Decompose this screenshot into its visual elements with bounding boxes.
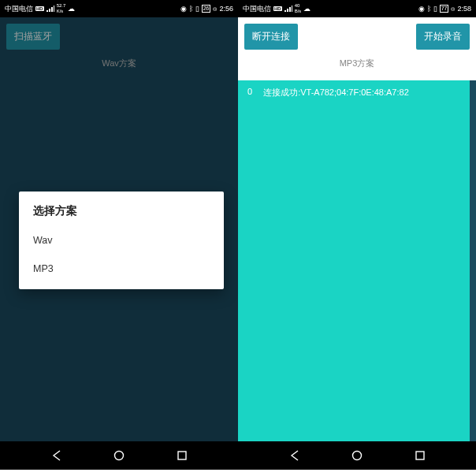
vibrate-icon: ▯ <box>433 5 437 13</box>
disconnect-button[interactable]: 断开连接 <box>244 24 298 50</box>
start-record-button[interactable]: 开始录音 <box>416 24 470 50</box>
battery-icon: 77 <box>440 5 449 13</box>
battery-icon: 26 <box>202 5 211 13</box>
svg-point-0 <box>115 452 124 460</box>
back-icon[interactable] <box>288 449 301 462</box>
bluetooth-icon: ᛒ <box>427 5 431 13</box>
clock-label: 2:56 <box>219 5 233 13</box>
cloud-icon: ☁ <box>303 5 311 13</box>
eye-icon: ◉ <box>180 5 187 13</box>
log-message: 连接成功:VT-A782;04:7F:0E:48:A7:82 <box>263 87 409 99</box>
log-row: 0 连接成功:VT-A782;04:7F:0E:48:A7:82 <box>240 80 468 105</box>
status-bar: 中国电信 HD 52.7K/s ☁ ◉ ᛒ ▯ 26 ⌾ 2:56 <box>0 0 238 17</box>
nav-bar <box>0 441 238 470</box>
signal-icon <box>46 6 54 12</box>
back-icon[interactable] <box>50 449 63 462</box>
home-icon[interactable] <box>113 449 125 462</box>
svg-point-2 <box>353 452 362 460</box>
plan-label: Wav方案 <box>6 50 232 74</box>
nav-bar <box>238 441 476 470</box>
vibrate-icon: ▯ <box>195 5 199 13</box>
svg-rect-3 <box>416 452 424 459</box>
dialog-option-mp3[interactable]: MP3 <box>33 255 210 283</box>
log-index: 0 <box>247 87 252 99</box>
log-area: 0 连接成功:VT-A782;04:7F:0E:48:A7:82 <box>238 80 476 441</box>
net-speed: 40B/s <box>295 3 302 14</box>
signal-icon <box>284 6 292 12</box>
dialog-option-wav[interactable]: Wav <box>33 226 210 255</box>
scan-bluetooth-button[interactable]: 扫描蓝牙 <box>6 24 60 50</box>
select-plan-dialog: 选择方案 Wav MP3 <box>19 192 224 289</box>
cloud-icon: ☁ <box>68 5 75 13</box>
carrier-label: 中国电信 <box>243 4 271 14</box>
carrier-label: 中国电信 <box>5 4 33 14</box>
net-speed: 52.7K/s <box>57 3 66 14</box>
clock-label: 2:58 <box>457 5 471 13</box>
eye-icon: ◉ <box>418 5 425 13</box>
dialog-title: 选择方案 <box>33 204 210 218</box>
bluetooth-icon: ᛒ <box>189 5 193 13</box>
recent-icon[interactable] <box>176 449 188 462</box>
alarm-icon: ⌾ <box>213 5 217 13</box>
hd-icon: HD <box>35 6 44 11</box>
svg-rect-1 <box>178 452 186 459</box>
status-bar: 中国电信 HD 40B/s ☁ ◉ ᛒ ▯ 77 ⌾ 2:58 <box>238 0 476 17</box>
hd-icon: HD <box>273 6 282 11</box>
alarm-icon: ⌾ <box>451 5 455 13</box>
recent-icon[interactable] <box>414 449 426 462</box>
plan-label: MP3方案 <box>244 50 470 74</box>
home-icon[interactable] <box>351 449 363 462</box>
